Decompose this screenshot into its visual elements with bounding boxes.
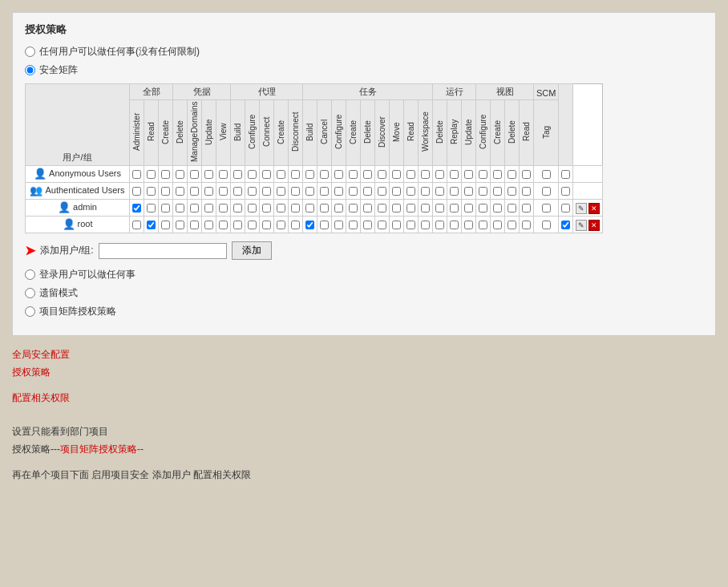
checkbox-r0-c29[interactable]	[561, 170, 570, 179]
checkbox-r2-c10[interactable]	[277, 204, 285, 213]
checkbox-cell-r1-c22[interactable]	[447, 183, 462, 200]
checkbox-cell-r2-c25[interactable]	[491, 200, 505, 217]
checkbox-cell-r3-c20[interactable]	[419, 217, 433, 233]
checkbox-r0-c14[interactable]	[334, 170, 343, 179]
checkbox-cell-r2-c29[interactable]	[559, 200, 573, 217]
checkbox-cell-r1-c11[interactable]	[289, 183, 303, 200]
checkbox-cell-r1-c23[interactable]	[462, 183, 476, 200]
checkbox-r2-c23[interactable]	[464, 204, 473, 213]
checkbox-cell-r3-c24[interactable]	[476, 217, 491, 233]
checkbox-cell-r0-c7[interactable]	[231, 166, 245, 183]
checkbox-r1-c10[interactable]	[277, 187, 285, 196]
checkbox-r3-c11[interactable]	[291, 221, 300, 229]
checkbox-r0-c3[interactable]	[176, 170, 184, 179]
checkbox-r3-c10[interactable]	[277, 221, 285, 229]
checkbox-cell-r3-c2[interactable]	[159, 217, 173, 233]
checkbox-r3-c15[interactable]	[349, 221, 358, 229]
checkbox-r0-c23[interactable]	[464, 170, 473, 179]
checkbox-cell-r0-c10[interactable]	[274, 166, 289, 183]
radio-any[interactable]: 任何用户可以做任何事(没有任何限制)	[25, 45, 703, 59]
checkbox-cell-r3-c8[interactable]	[245, 217, 260, 233]
checkbox-r1-c15[interactable]	[349, 187, 358, 196]
checkbox-cell-r0-c21[interactable]	[433, 166, 447, 183]
checkbox-r1-c22[interactable]	[450, 187, 459, 196]
checkbox-cell-r2-c2[interactable]	[159, 200, 173, 217]
checkbox-cell-r3-c19[interactable]	[404, 217, 419, 233]
checkbox-cell-r0-c3[interactable]	[173, 166, 188, 183]
checkbox-r2-c6[interactable]	[219, 204, 228, 213]
checkbox-cell-r0-c24[interactable]	[476, 166, 491, 183]
checkbox-cell-r3-c29[interactable]	[559, 217, 573, 233]
radio-project-input[interactable]	[25, 306, 35, 317]
checkbox-r2-c16[interactable]	[363, 204, 372, 213]
checkbox-cell-r0-c1[interactable]	[144, 166, 159, 183]
checkbox-r1-c18[interactable]	[392, 187, 401, 196]
radio-matrix-input[interactable]	[25, 65, 35, 75]
checkbox-cell-r3-c11[interactable]	[289, 217, 303, 233]
checkbox-cell-r0-c23[interactable]	[462, 166, 476, 183]
checkbox-cell-r1-c3[interactable]	[173, 183, 188, 200]
checkbox-cell-r1-c26[interactable]	[505, 183, 520, 200]
checkbox-cell-r2-c28[interactable]	[534, 200, 559, 217]
checkbox-cell-r0-c16[interactable]	[361, 166, 375, 183]
checkbox-r3-c17[interactable]	[378, 221, 386, 229]
checkbox-r1-c14[interactable]	[334, 187, 343, 196]
checkbox-r2-c8[interactable]	[248, 204, 257, 213]
checkbox-cell-r2-c9[interactable]	[260, 200, 274, 217]
checkbox-r2-c0[interactable]	[132, 204, 141, 213]
checkbox-cell-r3-c16[interactable]	[361, 217, 375, 233]
checkbox-r2-c20[interactable]	[421, 204, 430, 213]
checkbox-cell-r2-c7[interactable]	[231, 200, 245, 217]
checkbox-cell-r1-c21[interactable]	[433, 183, 447, 200]
checkbox-r2-c3[interactable]	[176, 204, 184, 213]
checkbox-r3-c1[interactable]	[147, 221, 156, 229]
checkbox-cell-r2-c19[interactable]	[404, 200, 419, 217]
checkbox-cell-r1-c15[interactable]	[346, 183, 361, 200]
checkbox-cell-r0-c6[interactable]	[216, 166, 231, 183]
checkbox-r3-c2[interactable]	[161, 221, 170, 229]
checkbox-cell-r2-c27[interactable]	[520, 200, 534, 217]
checkbox-cell-r0-c20[interactable]	[419, 166, 433, 183]
checkbox-r3-c22[interactable]	[450, 221, 459, 229]
checkbox-r0-c21[interactable]	[435, 170, 444, 179]
checkbox-cell-r2-c21[interactable]	[433, 200, 447, 217]
checkbox-r0-c16[interactable]	[363, 170, 372, 179]
checkbox-cell-r3-c4[interactable]	[188, 217, 202, 233]
checkbox-r3-c19[interactable]	[406, 221, 415, 229]
checkbox-cell-r1-c25[interactable]	[491, 183, 505, 200]
checkbox-r1-c27[interactable]	[522, 187, 531, 196]
checkbox-cell-r2-c3[interactable]	[173, 200, 188, 217]
checkbox-r3-c16[interactable]	[363, 221, 372, 229]
checkbox-cell-r0-c17[interactable]	[375, 166, 390, 183]
checkbox-r2-c9[interactable]	[262, 204, 271, 213]
checkbox-cell-r1-c24[interactable]	[476, 183, 491, 200]
checkbox-cell-r2-c15[interactable]	[346, 200, 361, 217]
checkbox-cell-r1-c9[interactable]	[260, 183, 274, 200]
checkbox-r1-c2[interactable]	[161, 187, 170, 196]
checkbox-r1-c21[interactable]	[435, 187, 444, 196]
checkbox-cell-r0-c15[interactable]	[346, 166, 361, 183]
checkbox-r3-c27[interactable]	[522, 221, 531, 229]
checkbox-r3-c29[interactable]	[561, 221, 570, 229]
checkbox-r1-c25[interactable]	[493, 187, 502, 196]
checkbox-r0-c20[interactable]	[421, 170, 430, 179]
checkbox-cell-r2-c1[interactable]	[144, 200, 159, 217]
checkbox-r1-c12[interactable]	[305, 187, 314, 196]
checkbox-r0-c9[interactable]	[262, 170, 271, 179]
checkbox-r0-c18[interactable]	[392, 170, 401, 179]
checkbox-r0-c0[interactable]	[132, 170, 141, 179]
checkbox-r3-c14[interactable]	[334, 221, 343, 229]
checkbox-cell-r1-c12[interactable]	[303, 183, 317, 200]
radio-loggedin[interactable]: 登录用户可以做任何事	[25, 268, 703, 281]
checkbox-r0-c28[interactable]	[542, 170, 551, 179]
checkbox-r2-c4[interactable]	[190, 204, 199, 213]
checkbox-cell-r3-c18[interactable]	[390, 217, 404, 233]
checkbox-cell-r1-c29[interactable]	[559, 183, 573, 200]
checkbox-cell-r0-c27[interactable]	[520, 166, 534, 183]
checkbox-r0-c11[interactable]	[291, 170, 300, 179]
radio-loggedin-input[interactable]	[25, 269, 35, 280]
radio-legacy[interactable]: 遗留模式	[25, 286, 703, 300]
checkbox-r0-c27[interactable]	[522, 170, 531, 179]
checkbox-r1-c19[interactable]	[406, 187, 415, 196]
add-button[interactable]: 添加	[232, 241, 272, 260]
